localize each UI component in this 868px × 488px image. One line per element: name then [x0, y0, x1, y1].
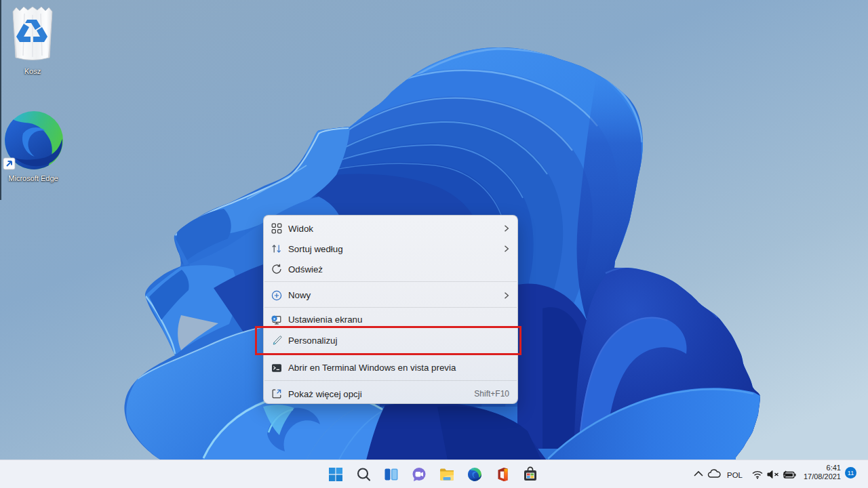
svg-text:POL: POL	[727, 471, 743, 479]
